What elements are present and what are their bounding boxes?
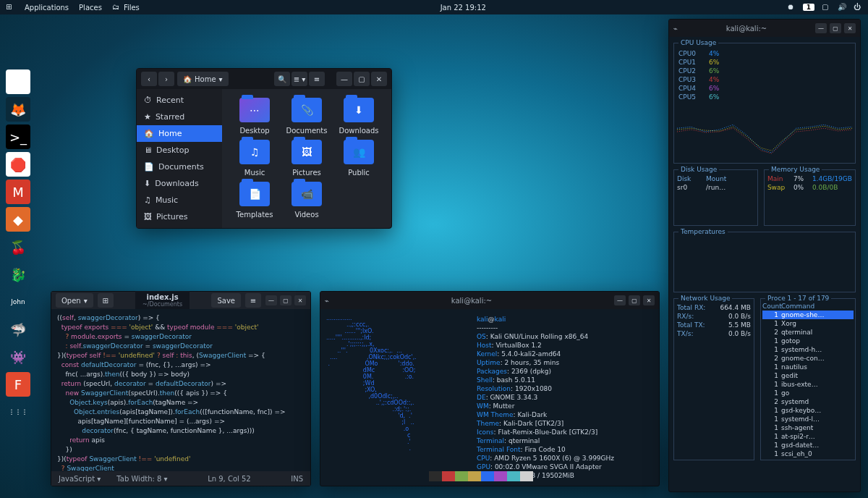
folder-templates[interactable]: 📄Templates (231, 182, 278, 219)
mon-close[interactable]: ✕ (844, 23, 856, 33)
dock-security-tool[interactable]: 🛑 (6, 152, 30, 177)
open-button[interactable]: Open ▾ (56, 293, 93, 308)
process-row[interactable]: 2qterminal (762, 328, 854, 337)
new-tab-button[interactable]: ⊞ (98, 293, 114, 308)
recording-icon[interactable]: ⏺ (787, 3, 796, 12)
process-row[interactable]: 2gnome-con… (762, 354, 854, 363)
minimize-button[interactable]: — (336, 72, 352, 86)
mon-maximize[interactable]: ▢ (830, 23, 841, 33)
process-list-box[interactable]: Proce 1 - 17 of 179 CountCommand 1gnome-… (760, 298, 856, 460)
process-row[interactable]: 1scsi_eh_0 (762, 450, 854, 458)
process-row[interactable]: 1ibus-exte… (762, 380, 854, 389)
monitor-title: kali@kali:~ (681, 25, 812, 33)
process-row[interactable]: 1Xorg (762, 319, 854, 328)
process-row[interactable]: 1ssh-agent (762, 423, 854, 432)
temperatures-box: Temperatures (673, 232, 856, 292)
maximize-icon[interactable]: ▢ (822, 3, 830, 12)
process-row[interactable]: 1gotop (762, 337, 854, 345)
editor-tab[interactable]: index.js ~/Documents (135, 291, 190, 310)
terminal-title: kali@kali:~ (332, 297, 611, 305)
process-row[interactable]: 2systemd (762, 397, 854, 406)
process-row[interactable]: 1nautilus (762, 363, 854, 371)
dock-cherrytree[interactable]: 🍒 (6, 235, 30, 259)
mon-minimize[interactable]: — (815, 23, 827, 33)
volume-icon[interactable]: 🔊 (838, 3, 846, 12)
nav-forward-button[interactable]: › (158, 72, 174, 86)
dock: 🗂🦊>_🛑M◆🍒🐉John🦈👾F⋮⋮⋮ (6, 69, 32, 424)
workspace-indicator[interactable]: 1 (803, 4, 814, 11)
dock-ettercap[interactable]: 👾 (6, 345, 30, 369)
process-row[interactable]: 1gedit (762, 371, 854, 380)
tabwidth-selector[interactable]: Tab Width: 8 ▾ (116, 475, 167, 483)
folder-public[interactable]: 👥Public (335, 140, 383, 177)
sidebar-item-starred[interactable]: ★Starred (137, 109, 222, 125)
terminal-window: ⌁ kali@kali:~ — ▢ ✕ .............. ..,;:… (320, 291, 660, 486)
folder-music[interactable]: ♫Music (231, 140, 278, 177)
dock-show-apps[interactable]: ⋮⋮⋮ (6, 400, 30, 424)
menu-files[interactable]: 🗂Files (112, 3, 140, 12)
sidebar-item-icon: 🖥 (144, 145, 152, 155)
term-maximize[interactable]: ▢ (629, 295, 640, 305)
process-row[interactable]: 1systemd-l… (762, 415, 854, 423)
menu-applications[interactable]: Applications (25, 4, 69, 12)
dock-faraday[interactable]: F (6, 372, 30, 397)
insert-mode[interactable]: INS (291, 475, 303, 483)
folder-desktop[interactable]: ⋯Desktop (231, 98, 278, 135)
sidebar-item-label: Home (158, 129, 182, 138)
power-icon[interactable]: ⏻ (854, 3, 862, 12)
dock-john[interactable]: John (6, 290, 30, 314)
editor-close[interactable]: ✕ (294, 295, 306, 305)
folder-label: Music (244, 169, 265, 177)
dock-files-app[interactable]: 🗂 (6, 69, 30, 94)
folder-icon: 📄 (239, 182, 270, 206)
editor-maximize[interactable]: ▢ (280, 295, 292, 305)
view-toggle-button[interactable]: ≣ ▾ (292, 72, 307, 86)
folder-videos[interactable]: 📹Videos (283, 182, 331, 219)
dock-wireshark[interactable]: 🦈 (6, 317, 30, 342)
terminal-body[interactable]: .............. ..,;:ccc,. ......''';lxO.… (320, 309, 659, 486)
process-row[interactable]: 1gnome-she… (762, 311, 854, 319)
process-row[interactable]: 1gsd-datet… (762, 441, 854, 450)
editor-minimize[interactable]: — (265, 295, 277, 305)
sidebar-item-recent[interactable]: ⏱Recent (137, 92, 222, 109)
folder-icon: 📎 (292, 98, 322, 122)
nav-back-button[interactable]: ‹ (141, 72, 157, 86)
process-row[interactable]: 1systemd-h… (762, 345, 854, 354)
folder-pictures[interactable]: 🖼Pictures (283, 140, 331, 177)
sidebar-item-pictures[interactable]: 🖼Pictures (137, 208, 222, 225)
editor-hamburger-button[interactable]: ≡ (245, 293, 261, 308)
term-minimize[interactable]: — (614, 295, 626, 305)
close-button[interactable]: ✕ (371, 72, 387, 86)
home-icon: 🏠 (183, 75, 192, 83)
activities-icon[interactable]: ⊞ (6, 3, 14, 12)
sidebar-item-home[interactable]: 🏠Home (137, 125, 222, 142)
dock-firefox[interactable]: 🦊 (6, 97, 30, 122)
process-row[interactable]: 1at-spi2-r… (762, 432, 854, 441)
folder-documents[interactable]: 📎Documents (283, 98, 331, 135)
menu-places[interactable]: Places (79, 4, 102, 12)
clock[interactable]: Jan 22 19:12 (441, 4, 486, 12)
dock-msf[interactable]: M (6, 180, 30, 204)
sidebar-item-icon: 📄 (144, 162, 154, 172)
dock-hydra[interactable]: 🐉 (6, 262, 30, 287)
maximize-button[interactable]: ▢ (354, 72, 370, 86)
dock-burp[interactable]: ◆ (6, 207, 30, 232)
dock-terminal[interactable]: >_ (6, 124, 30, 149)
sidebar-item-documents[interactable]: 📄Documents (137, 159, 222, 175)
language-selector[interactable]: JavaScript ▾ (59, 475, 101, 483)
location-bar[interactable]: 🏠Home▾ (177, 72, 229, 86)
process-row[interactable]: 1gsd-keybo… (762, 406, 854, 415)
save-button[interactable]: Save (211, 293, 241, 308)
sidebar-item-downloads[interactable]: ⬇Downloads (137, 175, 222, 192)
process-row[interactable]: 1go (762, 389, 854, 397)
code-area[interactable]: ((self, swaggerDecorator) => { typeof ex… (51, 309, 310, 471)
folder-label: Documents (286, 127, 327, 135)
term-close[interactable]: ✕ (643, 295, 655, 305)
sidebar-item-music[interactable]: ♫Music (137, 192, 222, 208)
search-button[interactable]: 🔍 (274, 72, 290, 86)
sidebar-item-icon: ★ (144, 112, 151, 122)
sidebar-item-desktop[interactable]: 🖥Desktop (137, 142, 222, 159)
folder-label: Desktop (239, 127, 269, 135)
folder-downloads[interactable]: ⬇Downloads (335, 98, 383, 135)
hamburger-button[interactable]: ≡ (309, 72, 325, 86)
